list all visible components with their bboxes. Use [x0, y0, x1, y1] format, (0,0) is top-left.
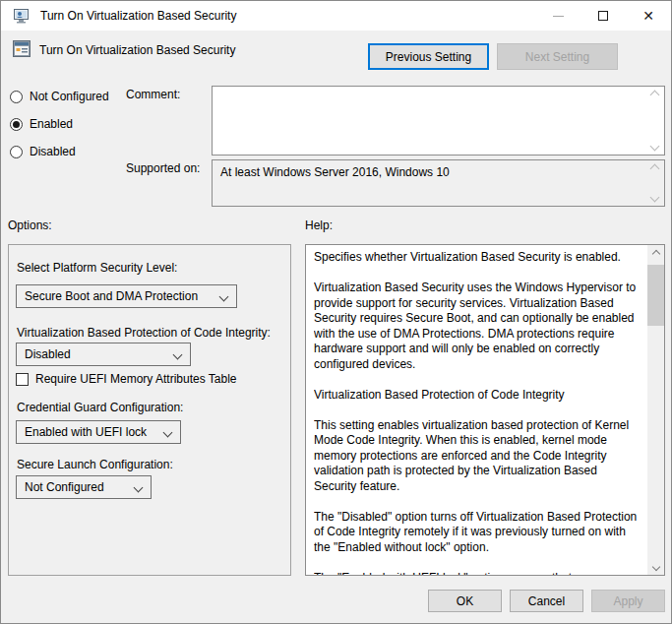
scroll-down-icon[interactable] [647, 558, 664, 575]
window-title: Turn On Virtualization Based Security [40, 1, 236, 31]
credential-guard-dropdown[interactable]: Enabled with UEFI lock [16, 420, 181, 444]
comment-textarea[interactable] [212, 86, 665, 156]
apply-button[interactable]: Apply [591, 590, 665, 612]
radio-circle-icon [10, 146, 23, 158]
radio-not-configured[interactable]: Not Configured [10, 90, 109, 103]
platform-security-level-dropdown[interactable]: Secure Boot and DMA Protection [16, 284, 237, 308]
code-integrity-dropdown[interactable]: Disabled [16, 343, 191, 366]
secure-launch-label: Secure Launch Configuration: [17, 458, 173, 471]
close-button[interactable]: ✕ [626, 1, 671, 31]
minimize-button[interactable] [535, 1, 580, 31]
chevron-down-icon [219, 292, 229, 302]
uefi-memory-attributes-checkbox[interactable]: Require UEFI Memory Attributes Table [16, 372, 237, 386]
maximize-button[interactable] [580, 1, 626, 31]
close-icon: ✕ [642, 9, 654, 23]
chevron-down-icon [134, 483, 144, 493]
title-bar: Turn On Virtualization Based Security ✕ [1, 1, 671, 31]
help-panel: Specifies whether Virtualization Based S… [305, 244, 665, 576]
ok-button[interactable]: OK [428, 590, 502, 612]
chevron-down-icon [173, 350, 183, 360]
radio-label: Enabled [30, 117, 73, 131]
scroll-up-icon[interactable] [647, 245, 664, 262]
scroll-down-icon [647, 194, 662, 201]
radio-label: Disabled [30, 145, 76, 158]
radio-circle-icon [10, 91, 23, 103]
platform-security-level-label: Select Platform Security Level: [17, 261, 177, 275]
next-setting-button[interactable]: Next Setting [497, 43, 618, 70]
dropdown-value: Not Configured [25, 480, 104, 494]
radio-circle-selected-icon [10, 118, 23, 131]
checkbox-icon [16, 373, 29, 386]
secure-launch-dropdown[interactable]: Not Configured [16, 475, 152, 499]
help-text: Specifies whether Virtualization Based S… [314, 250, 641, 575]
options-section-label: Options: [8, 218, 52, 232]
previous-setting-button[interactable]: Previous Setting [368, 43, 489, 70]
radio-disabled[interactable]: Disabled [10, 145, 76, 158]
scrollbar-thumb[interactable] [647, 265, 664, 326]
minimize-icon [553, 16, 564, 17]
dropdown-value: Disabled [25, 347, 71, 361]
help-scrollbar[interactable] [647, 245, 664, 575]
scroll-up-icon [647, 165, 662, 172]
policy-setting-icon [13, 40, 31, 57]
chevron-down-icon [163, 428, 173, 438]
group-policy-setting-dialog: Turn On Virtualization Based Security ✕ … [0, 0, 672, 624]
group-policy-app-icon [14, 8, 31, 25]
dropdown-value: Enabled with UEFI lock [25, 425, 147, 439]
maximize-icon [598, 11, 608, 21]
code-integrity-label: Virtualization Based Protection of Code … [17, 326, 271, 340]
options-panel: Select Platform Security Level: Secure B… [8, 244, 291, 576]
radio-label: Not Configured [30, 90, 109, 103]
supported-on-value: At least Windows Server 2016, Windows 10 [220, 165, 642, 179]
comment-label: Comment: [126, 88, 180, 101]
help-section-label: Help: [305, 218, 333, 232]
cancel-button[interactable]: Cancel [510, 590, 583, 612]
radio-enabled[interactable]: Enabled [10, 117, 73, 131]
setting-title: Turn On Virtualization Based Security [39, 43, 235, 57]
scroll-up-icon[interactable] [647, 92, 662, 98]
supported-on-label: Supported on: [126, 161, 200, 175]
dropdown-value: Secure Boot and DMA Protection [25, 289, 198, 303]
checkbox-label: Require UEFI Memory Attributes Table [35, 372, 237, 386]
supported-on-textarea: At least Windows Server 2016, Windows 10 [212, 159, 665, 207]
credential-guard-label: Credential Guard Configuration: [17, 401, 183, 414]
scroll-down-icon[interactable] [647, 143, 662, 150]
